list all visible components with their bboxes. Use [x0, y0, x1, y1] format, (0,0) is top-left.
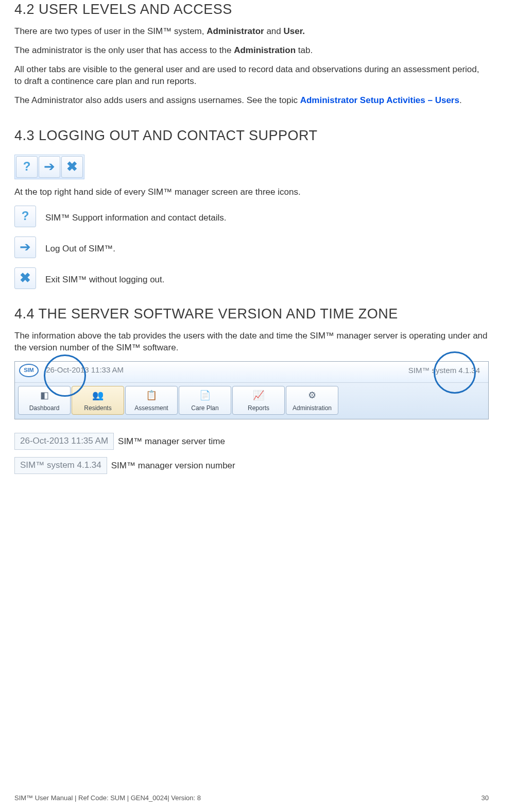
- dashboard-icon: ◧: [40, 389, 49, 401]
- tab-bar: ◧Dashboard 👥Residents 📋Assessment 📄Care …: [15, 383, 488, 419]
- text: and: [264, 26, 284, 36]
- tab-label: Residents: [84, 404, 111, 412]
- para: The Administrator also adds users and as…: [14, 95, 489, 107]
- version-snippet: SIM™ system 4.1.34: [14, 457, 107, 474]
- version-text: SIM™ system 4.1.34: [408, 365, 480, 376]
- exit-close-icon: ✖: [14, 267, 36, 289]
- residents-icon: 👥: [92, 389, 104, 401]
- heading-4-2: 4.2 USER LEVELS AND ACCESS: [14, 0, 489, 19]
- help-icon: ?: [16, 156, 38, 178]
- logout-arrow-icon: ➔: [14, 236, 36, 258]
- para: All other tabs are visible to the genera…: [14, 64, 489, 88]
- bold-admin-tab: Administration: [234, 45, 296, 55]
- text: The Administrator also adds users and as…: [14, 95, 300, 105]
- toolbar-icons-image: ? ➔ ✖: [14, 155, 84, 179]
- reports-icon: 📈: [253, 389, 264, 401]
- tab-residents[interactable]: 👥Residents: [72, 386, 124, 415]
- administration-icon: ⚙: [308, 389, 316, 401]
- bold-user: User.: [283, 26, 305, 36]
- text: tab.: [296, 45, 313, 55]
- text: The administrator is the only user that …: [14, 45, 234, 55]
- sim-logo: SIM: [19, 364, 39, 377]
- page-number: 30: [482, 793, 489, 803]
- version-label: SIM™ manager version number: [111, 460, 235, 474]
- tab-label: Dashboard: [29, 404, 60, 412]
- tab-label: Reports: [248, 404, 269, 412]
- para: At the top right hand side of every SIM™…: [14, 187, 489, 198]
- tab-reports[interactable]: 📈Reports: [232, 386, 285, 415]
- heading-4-4: 4.4 THE SERVER SOFTWARE VERSION AND TIME…: [14, 305, 489, 323]
- tab-care-plan[interactable]: 📄Care Plan: [179, 386, 231, 415]
- tab-label: Administration: [293, 404, 332, 412]
- link-admin-setup-users[interactable]: Administrator Setup Activities – Users: [300, 95, 459, 105]
- page-footer: SIM™ User Manual | Ref Code: SUM | GEN4_…: [14, 793, 489, 803]
- tab-dashboard[interactable]: ◧Dashboard: [18, 386, 71, 415]
- care-plan-icon: 📄: [199, 389, 211, 401]
- app-header: SIM 26-Oct-2013 11:33 AM SIM™ system 4.1…: [15, 362, 488, 383]
- assessment-icon: 📋: [146, 389, 157, 401]
- tab-assessment[interactable]: 📋Assessment: [125, 386, 178, 415]
- logout-desc: Log Out of SIM™.: [45, 243, 115, 258]
- exit-close-icon: ✖: [61, 156, 83, 178]
- para: There are two types of user in the SIM™ …: [14, 26, 489, 38]
- help-desc: SIM™ Support information and contact det…: [45, 212, 227, 227]
- tab-label: Assessment: [134, 404, 168, 412]
- server-time-label: SIM™ manager server time: [118, 436, 225, 450]
- bold-admin: Administrator: [207, 26, 264, 36]
- app-screenshot: SIM 26-Oct-2013 11:33 AM SIM™ system 4.1…: [14, 361, 489, 419]
- footer-left: SIM™ User Manual | Ref Code: SUM | GEN4_…: [14, 793, 201, 803]
- heading-4-3: 4.3 LOGGING OUT AND CONTACT SUPPORT: [14, 126, 489, 145]
- text: .: [459, 95, 462, 105]
- help-icon: ?: [14, 206, 36, 227]
- text: There are two types of user in the SIM™ …: [14, 26, 207, 36]
- tab-administration[interactable]: ⚙Administration: [286, 386, 338, 415]
- server-time: 26-Oct-2013 11:33 AM: [46, 365, 124, 374]
- exit-desc: Exit SIM™ without logging out.: [45, 274, 165, 289]
- server-time-snippet: 26-Oct-2013 11:35 AM: [14, 433, 114, 450]
- para: The administrator is the only user that …: [14, 45, 489, 57]
- para: The information above the tab provides t…: [14, 330, 489, 354]
- tab-label: Care Plan: [191, 404, 218, 412]
- logout-arrow-icon: ➔: [39, 156, 60, 178]
